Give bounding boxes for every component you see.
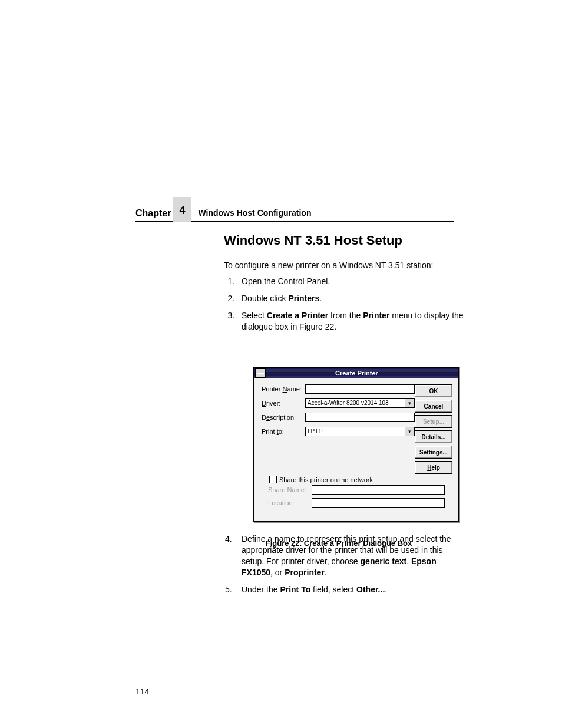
step-3: Select Create a Printer from the Printer… [237,310,467,332]
input-driver[interactable]: Accel-a-Writer 8200 v2014.103 [305,398,405,408]
input-description[interactable] [305,413,415,422]
input-location[interactable] [312,498,445,508]
input-print-to[interactable]: LPT1: [305,427,405,436]
row-location: Location: [268,498,445,508]
input-printer-name[interactable] [305,384,415,394]
chevron-down-icon[interactable]: ▾ [405,398,415,408]
chapter-number: 4 [173,197,191,222]
intro-text: To configure a new printer on a Windows … [224,261,454,270]
label-print-to: Print to: [262,428,305,435]
system-menu-icon[interactable]: — [255,368,266,378]
help-button[interactable]: Help [415,461,452,474]
row-printer-name: Printer Name: [262,384,415,394]
chapter-label: Chapter [135,208,171,219]
label-printer-name: Printer Name: [262,386,305,393]
chevron-down-icon[interactable]: ▾ [405,427,415,436]
label-driver: Driver: [262,400,305,407]
create-printer-dialog: — Create Printer Printer Name: Driver: A… [253,367,459,522]
share-group: Share this printer on the network Share … [262,480,451,515]
dialog-body: Printer Name: Driver: Accel-a-Writer 820… [254,378,458,476]
row-print-to: Print to: LPT1: ▾ [262,427,415,436]
dialog-title: Create Printer [269,370,458,377]
dialog-buttons: OK Cancel Setup... Details... Settings..… [415,384,452,474]
section-heading: Windows NT 3.51 Host Setup [224,233,454,252]
ok-button[interactable]: OK [415,384,452,397]
row-driver: Driver: Accel-a-Writer 8200 v2014.103 ▾ [262,398,415,408]
step-4: Define a name to represent this print se… [237,533,467,578]
steps-list-1: Open the Control Panel. Double click Pri… [224,276,467,338]
document-page: Chapter 4 Windows Host Configuration Win… [0,0,562,728]
label-share-name: Share Name: [268,486,312,493]
combo-print-to[interactable]: LPT1: ▾ [305,427,415,436]
chapter-title: Windows Host Configuration [198,208,311,219]
label-location: Location: [268,499,312,506]
setup-button[interactable]: Setup... [415,415,452,428]
label-description: Description: [262,414,305,421]
step-5: Under the Print To field, select Other..… [237,584,467,595]
cancel-button[interactable]: Cancel [415,400,452,413]
figure-22: — Create Printer Printer Name: Driver: A… [253,367,459,548]
details-button[interactable]: Details... [415,430,452,443]
row-share-name: Share Name: [268,485,445,495]
row-description: Description: [262,413,415,422]
dialog-form: Printer Name: Driver: Accel-a-Writer 820… [262,384,415,474]
steps-list-2: Define a name to represent this print se… [224,533,467,601]
chapter-header: Chapter 4 Windows Host Configuration [135,195,454,222]
checkbox-icon[interactable] [269,476,277,483]
page-number: 114 [135,687,149,696]
dialog-titlebar[interactable]: — Create Printer [254,368,458,378]
settings-button[interactable]: Settings... [415,446,452,459]
input-share-name[interactable] [312,485,445,495]
step-2: Double click Printers. [237,293,467,304]
combo-driver[interactable]: Accel-a-Writer 8200 v2014.103 ▾ [305,398,415,408]
share-checkbox-label[interactable]: Share this printer on the network [267,476,375,483]
step-1: Open the Control Panel. [237,276,467,287]
